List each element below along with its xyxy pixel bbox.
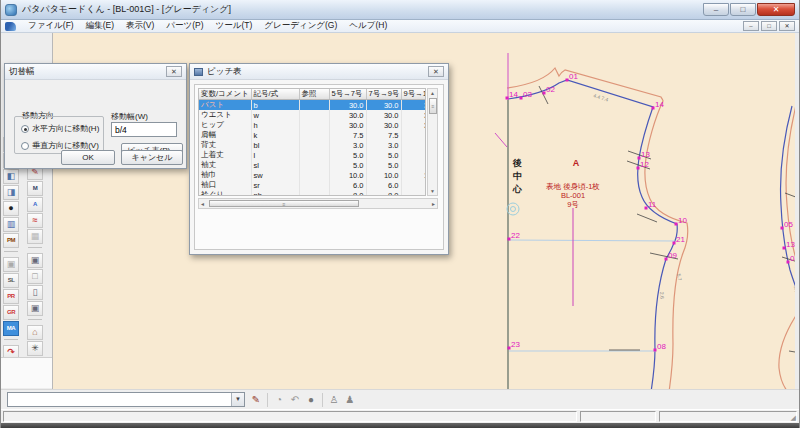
minimize-button[interactable]: – <box>703 3 729 16</box>
menu-grading[interactable]: グレーディング(G) <box>258 20 343 32</box>
pattern-piece-tool-icon[interactable]: ⌂ <box>27 325 43 340</box>
menu-view[interactable]: 表示(V) <box>120 20 160 32</box>
grading-point[interactable]: 14 <box>506 90 519 100</box>
mdi-minimize-button[interactable]: – <box>743 21 759 31</box>
table-row[interactable]: バストb30.030.030.0 <box>199 100 426 111</box>
table-row[interactable]: 上着丈l5.05.05.0 <box>199 150 426 160</box>
undo-icon[interactable]: ↶ <box>287 392 303 408</box>
radio-horizontal-icon[interactable] <box>21 125 29 133</box>
scroll-up-icon[interactable]: ▲ <box>430 89 435 97</box>
pitch-window-close-icon[interactable]: ✕ <box>428 66 444 77</box>
curves-tool-icon[interactable]: ≈ <box>27 213 43 228</box>
page-tool-icon[interactable]: ▯ <box>27 285 43 300</box>
column-header[interactable]: 参照 <box>299 89 329 100</box>
ink-icon[interactable]: ◔ <box>271 392 287 408</box>
table-row[interactable]: 袖丈sl5.05.00.0 <box>199 160 426 170</box>
spline-sl-tool-icon[interactable]: SL <box>3 273 19 288</box>
command-combobox[interactable]: ▼ <box>7 392 245 407</box>
table-cell: 5.0 <box>401 150 426 160</box>
figure-a-icon[interactable]: ♙ <box>326 392 342 408</box>
table-row[interactable]: 背丈bl3.03.03.0 <box>199 140 426 150</box>
grading-point[interactable]: 03 <box>520 90 533 100</box>
table-row[interactable]: 肩幅k7.57.57.5 <box>199 130 426 140</box>
combobox-value[interactable] <box>8 393 231 406</box>
column-header[interactable]: 9号→11号 <box>401 89 426 100</box>
resize-grip-icon[interactable]: ◢ <box>791 414 796 421</box>
table-row[interactable]: ヒップh30.030.030.0 <box>199 120 426 130</box>
svg-text:08: 08 <box>657 342 666 351</box>
print-pr-tool-icon[interactable]: PR <box>3 289 19 304</box>
flag-a-tool-icon[interactable]: A <box>27 197 43 212</box>
workspace: ▬▦◧◨●▥PM▣SLPRGRMA↷↷ ▣✎MA≈▦▣□▯▣⌂✳ <box>1 33 799 389</box>
maximize-button[interactable]: □ <box>730 3 756 16</box>
vertical-scrollbar[interactable]: ▲ ≡ ▼ <box>427 88 438 196</box>
grading-point[interactable]: 10 <box>675 216 688 226</box>
table-header-row[interactable]: 変数/コメント記号/式参照5号→7号7号→9号9号→11号 <box>199 89 426 100</box>
column-header[interactable]: 変数/コメント <box>199 89 251 100</box>
combobox-dropdown-icon[interactable]: ▼ <box>231 393 244 406</box>
grading-point[interactable]: 21 <box>673 235 686 245</box>
vertical-scroll-thumb[interactable]: ≡ <box>429 98 437 114</box>
scroll-left-icon[interactable]: ◄ <box>200 200 205 208</box>
grade-gr-tool-icon[interactable]: GR <box>3 305 19 320</box>
folder-pm-tool-icon[interactable]: PM <box>3 233 19 248</box>
column-header[interactable]: 記号/式 <box>251 89 299 100</box>
figure-b-icon[interactable]: ♟ <box>342 392 358 408</box>
mdi-close-button[interactable]: ✕ <box>779 21 795 31</box>
grading-point[interactable]: 22 <box>508 231 521 241</box>
measure-m-tool-icon[interactable]: M <box>27 181 43 196</box>
table-row[interactable]: ウエストw30.030.030.0 <box>199 110 426 120</box>
grading-point[interactable]: 09 <box>665 251 678 261</box>
menu-help[interactable]: ヘルプ(H) <box>343 20 393 32</box>
dot-icon[interactable]: ● <box>303 392 319 408</box>
bottom-toolbar: ▼ ✎◔↶●♙♟ <box>1 389 799 409</box>
pitch-table-viewport[interactable]: 変数/コメント記号/式参照5号→7号7号→9号9号→11号 バストb30.030… <box>198 88 426 196</box>
menu-tools[interactable]: ツール(T) <box>210 20 259 32</box>
frame-size-tool-icon[interactable]: ◨ <box>3 185 19 200</box>
column-header[interactable]: 7号→9号 <box>366 89 401 100</box>
table-cell: 7.5 <box>329 130 366 140</box>
window-copy2-tool-icon[interactable]: ▣ <box>27 301 43 316</box>
table-cell: 30.0 <box>366 100 401 111</box>
frame-window-tool-icon[interactable]: ◧ <box>3 169 19 184</box>
cancel-button[interactable]: キャンセル <box>121 150 183 165</box>
scroll-down-icon[interactable]: ▼ <box>430 187 435 195</box>
grading-point[interactable]: 23 <box>508 340 521 350</box>
table-row[interactable]: 袖口sr6.06.06.0 <box>199 180 426 190</box>
title-bar: パタパタモードくん - [BL-001G] - [グレーディング] – □ ✕ <box>1 0 799 20</box>
status-panel-2 <box>580 411 656 422</box>
table-row[interactable]: 袖巾sw10.010.010.0 <box>199 170 426 180</box>
ma-mode-tool-icon[interactable]: MA <box>3 321 19 336</box>
horizontal-scrollbar[interactable]: ◄ ≡ ► <box>198 198 438 209</box>
piece-letter-label: A <box>573 158 580 168</box>
grid-disabled-tool-icon[interactable]: ▦ <box>27 229 43 244</box>
scroll-right-icon[interactable]: ► <box>431 200 436 208</box>
dialog-close-icon[interactable]: ✕ <box>166 66 182 77</box>
document-tool-icon[interactable]: ▥ <box>3 217 19 232</box>
asterisk-tool-icon[interactable]: ✳ <box>27 341 43 356</box>
close-button[interactable]: ✕ <box>757 3 795 16</box>
radio-vertical-icon[interactable] <box>21 142 29 150</box>
camera-tool-icon[interactable]: ▣ <box>3 257 19 272</box>
horizontal-scroll-thumb[interactable]: ≡ <box>209 200 359 207</box>
window-copy-tool-icon[interactable]: ▣ <box>27 253 43 268</box>
grading-point[interactable]: 14 <box>652 100 665 110</box>
menu-file[interactable]: ファイル(F) <box>22 20 80 32</box>
bomb-tool-icon[interactable]: ● <box>3 201 19 216</box>
table-row[interactable]: 衿ぐりnh8.08.08.0 <box>199 190 426 196</box>
radio-horizontal[interactable]: 水平方向に移動(H) <box>21 123 99 134</box>
width-input[interactable] <box>111 122 177 137</box>
toolbar-dock <box>1 357 52 388</box>
grading-point[interactable]: 02 <box>543 85 556 95</box>
grading-point[interactable]: 01 <box>566 72 579 82</box>
dimension-label: 5.7 <box>793 286 795 294</box>
menu-edit[interactable]: 編集(E) <box>80 20 120 32</box>
column-header[interactable]: 5号→7号 <box>329 89 366 100</box>
mdi-restore-button[interactable]: □ <box>761 21 777 31</box>
ok-button[interactable]: OK <box>61 150 115 165</box>
selection-box-tool-icon[interactable]: □ <box>27 269 43 284</box>
adjacent-piece-lower <box>779 308 795 389</box>
menu-parts[interactable]: パーツ(P) <box>160 20 209 32</box>
status-bar: ◢ <box>1 409 799 423</box>
no-draw-icon[interactable]: ✎ <box>248 392 264 408</box>
